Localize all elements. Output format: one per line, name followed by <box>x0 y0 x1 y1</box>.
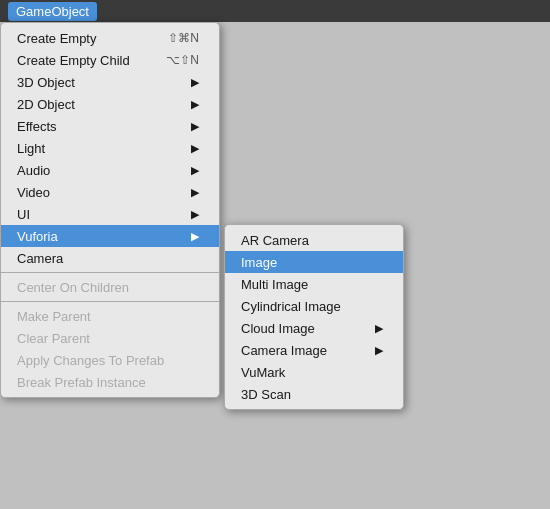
menu-item-3d-object[interactable]: 3D Object ▶ <box>1 71 219 93</box>
menu-item-center-on-children[interactable]: Center On Children <box>1 276 219 298</box>
menu-item-create-empty-child[interactable]: Create Empty Child ⌥⇧N <box>1 49 219 71</box>
menu-bar: GameObject <box>0 0 550 22</box>
submenu-item-camera-image-label: Camera Image <box>241 343 367 358</box>
submenu-item-cylindrical-image[interactable]: Cylindrical Image <box>225 295 403 317</box>
menu-item-camera[interactable]: Camera <box>1 247 219 269</box>
menu-item-ui[interactable]: UI ▶ <box>1 203 219 225</box>
arrow-icon-2d-object: ▶ <box>191 98 199 111</box>
submenu-item-3d-scan[interactable]: 3D Scan <box>225 383 403 405</box>
submenu-item-image-label: Image <box>241 255 383 270</box>
submenu-item-vumark-label: VuMark <box>241 365 383 380</box>
menu-item-light[interactable]: Light ▶ <box>1 137 219 159</box>
menu-item-break-prefab[interactable]: Break Prefab Instance <box>1 371 219 393</box>
menu-item-light-label: Light <box>17 141 183 156</box>
menu-item-vuforia[interactable]: Vuforia ▶ <box>1 225 219 247</box>
menu-item-effects[interactable]: Effects ▶ <box>1 115 219 137</box>
submenu-item-multi-image[interactable]: Multi Image <box>225 273 403 295</box>
menu-item-video-label: Video <box>17 185 183 200</box>
menu-item-break-prefab-label: Break Prefab Instance <box>17 375 199 390</box>
menu-item-vuforia-label: Vuforia <box>17 229 183 244</box>
main-dropdown-menu: Create Empty ⇧⌘N Create Empty Child ⌥⇧N … <box>0 22 220 398</box>
menu-item-center-on-children-label: Center On Children <box>17 280 199 295</box>
menu-item-ui-label: UI <box>17 207 183 222</box>
submenu-item-ar-camera[interactable]: AR Camera <box>225 229 403 251</box>
arrow-icon-light: ▶ <box>191 142 199 155</box>
menu-item-create-empty[interactable]: Create Empty ⇧⌘N <box>1 27 219 49</box>
submenu-item-vumark[interactable]: VuMark <box>225 361 403 383</box>
submenu-item-cloud-image[interactable]: Cloud Image ▶ <box>225 317 403 339</box>
vuforia-submenu: AR Camera Image Multi Image Cylindrical … <box>224 224 404 410</box>
menu-item-audio-label: Audio <box>17 163 183 178</box>
menu-item-3d-object-label: 3D Object <box>17 75 183 90</box>
menu-item-apply-changes[interactable]: Apply Changes To Prefab <box>1 349 219 371</box>
menu-item-clear-parent[interactable]: Clear Parent <box>1 327 219 349</box>
menu-item-clear-parent-label: Clear Parent <box>17 331 199 346</box>
menubar-gameobject[interactable]: GameObject <box>8 2 97 21</box>
menu-item-make-parent-label: Make Parent <box>17 309 199 324</box>
menu-item-create-empty-label: Create Empty <box>17 31 148 46</box>
arrow-icon-vuforia: ▶ <box>191 230 199 243</box>
submenu-item-image[interactable]: Image <box>225 251 403 273</box>
arrow-icon-3d-object: ▶ <box>191 76 199 89</box>
submenu-item-3d-scan-label: 3D Scan <box>241 387 383 402</box>
menu-item-create-empty-child-label: Create Empty Child <box>17 53 146 68</box>
submenu-item-cloud-image-label: Cloud Image <box>241 321 367 336</box>
dropdown-container: Create Empty ⇧⌘N Create Empty Child ⌥⇧N … <box>0 22 220 398</box>
menu-item-effects-label: Effects <box>17 119 183 134</box>
menu-item-2d-object-label: 2D Object <box>17 97 183 112</box>
menu-item-apply-changes-label: Apply Changes To Prefab <box>17 353 199 368</box>
menu-separator-1 <box>1 272 219 273</box>
submenu-item-cylindrical-image-label: Cylindrical Image <box>241 299 383 314</box>
arrow-icon-cloud-image: ▶ <box>375 322 383 335</box>
menu-item-make-parent[interactable]: Make Parent <box>1 305 219 327</box>
submenu-item-ar-camera-label: AR Camera <box>241 233 383 248</box>
arrow-icon-camera-image: ▶ <box>375 344 383 357</box>
menu-separator-2 <box>1 301 219 302</box>
menu-item-camera-label: Camera <box>17 251 199 266</box>
arrow-icon-video: ▶ <box>191 186 199 199</box>
arrow-icon-ui: ▶ <box>191 208 199 221</box>
submenu-item-multi-image-label: Multi Image <box>241 277 383 292</box>
arrow-icon-effects: ▶ <box>191 120 199 133</box>
menu-item-create-empty-child-shortcut: ⌥⇧N <box>166 53 199 67</box>
menu-item-2d-object[interactable]: 2D Object ▶ <box>1 93 219 115</box>
menu-item-audio[interactable]: Audio ▶ <box>1 159 219 181</box>
submenu-item-camera-image[interactable]: Camera Image ▶ <box>225 339 403 361</box>
arrow-icon-audio: ▶ <box>191 164 199 177</box>
menu-item-video[interactable]: Video ▶ <box>1 181 219 203</box>
menu-item-create-empty-shortcut: ⇧⌘N <box>168 31 199 45</box>
